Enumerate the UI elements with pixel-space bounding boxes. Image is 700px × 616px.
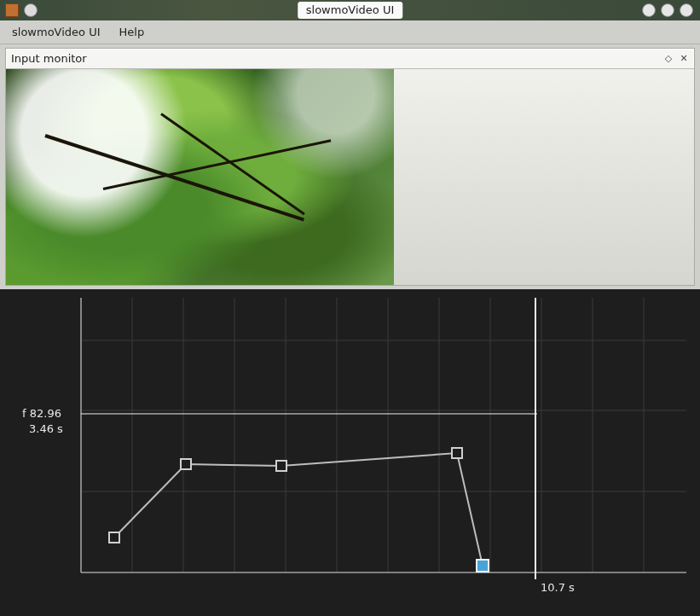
input-monitor-panel: Input monitor ◇ ✕ [5, 48, 695, 286]
svg-rect-22 [452, 448, 462, 458]
panel-header[interactable]: Input monitor ◇ ✕ [6, 49, 694, 69]
svg-rect-21 [276, 461, 286, 471]
window-body: slowmoVideo UI Help Input monitor ◇ ✕ [0, 20, 700, 616]
maximize-button[interactable] [661, 3, 674, 17]
x-axis-cursor-label: 10.7 s [541, 581, 575, 594]
menu-help[interactable]: Help [116, 24, 148, 40]
close-button[interactable] [680, 3, 693, 17]
panel-close-icon[interactable]: ✕ [679, 54, 689, 64]
timeline-canvas[interactable]: f 82.96 3.46 s 10.7 s [0, 289, 700, 616]
preview-frame[interactable] [6, 69, 394, 285]
minimize-button[interactable] [642, 3, 656, 17]
svg-rect-20 [181, 459, 191, 469]
undock-icon[interactable]: ◇ [663, 54, 674, 64]
svg-rect-23 [477, 560, 489, 572]
menubar: slowmoVideo UI Help [0, 20, 700, 44]
app-icon [5, 3, 19, 17]
y-axis-frame-label: f 82.96 [22, 407, 61, 420]
window-title: slowmoVideo UI [298, 2, 403, 19]
window-titlebar: slowmoVideo UI [0, 0, 700, 20]
titlebar-menu-button[interactable] [24, 3, 38, 17]
menu-slowmovideo[interactable]: slowmoVideo UI [9, 24, 104, 40]
y-axis-time-label: 3.46 s [29, 422, 63, 435]
panel-title: Input monitor [11, 52, 87, 65]
preview-area [6, 69, 694, 285]
svg-rect-19 [109, 532, 119, 543]
